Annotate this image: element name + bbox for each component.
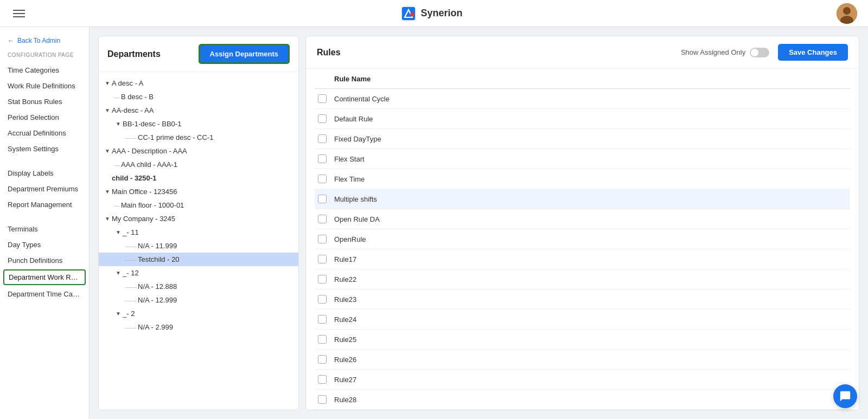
tree-item-label: BB-1-desc - BB0-1 xyxy=(123,120,181,128)
sidebar-item-time-categories[interactable]: Time Categories xyxy=(0,62,89,78)
tree-caret-icon: ▼ xyxy=(114,270,123,276)
rule-name-label: OpenRule xyxy=(334,235,847,243)
user-avatar[interactable] xyxy=(837,3,857,24)
tree-item[interactable]: ▼AAA - Description - AAA xyxy=(99,144,298,158)
chat-bubble-button[interactable] xyxy=(833,384,857,408)
sidebar-item-work-rule-definitions[interactable]: Work Rule Definitions xyxy=(0,78,89,94)
departments-panel: Departments Assign Departments ▼A desc -… xyxy=(98,36,299,410)
tree-item[interactable]: ——CC-1 prime desc - CC-1 xyxy=(99,131,298,144)
svg-rect-2 xyxy=(411,12,414,16)
rule-row[interactable]: Flex Start xyxy=(315,149,850,169)
tree-item[interactable]: ▼BB-1-desc - BB0-1 xyxy=(99,117,298,131)
rule-checkbox[interactable] xyxy=(318,154,327,163)
back-to-admin-link[interactable]: ← Back To Admin xyxy=(0,34,89,50)
rule-checkbox[interactable] xyxy=(318,355,327,364)
tree-item[interactable]: ——N/A - 11.999 xyxy=(99,239,298,253)
tree-caret-icon: ▼ xyxy=(103,80,112,86)
rule-name-label: Continental Cycle xyxy=(334,95,847,103)
rule-checkbox[interactable] xyxy=(318,195,327,203)
tree-item[interactable]: ——Testchild - 20 xyxy=(99,253,298,266)
sidebar-item-day-types[interactable]: Day Types xyxy=(0,237,89,253)
rule-checkbox[interactable] xyxy=(318,134,327,143)
tree-item-label: N/A - 12.888 xyxy=(138,282,177,291)
tree-item-label: CC-1 prime desc - CC-1 xyxy=(138,133,213,141)
tree-item-label: child - 3250-1 xyxy=(112,174,156,182)
tree-item[interactable]: child - 3250-1 xyxy=(99,171,298,185)
rule-checkbox[interactable] xyxy=(318,335,327,344)
rule-checkbox[interactable] xyxy=(318,375,327,384)
tree-item[interactable]: ▼A desc - A xyxy=(99,76,298,90)
show-assigned-toggle[interactable] xyxy=(750,48,769,57)
sidebar-item-punch-definitions[interactable]: Punch Definitions xyxy=(0,253,89,268)
tree-item[interactable]: ——N/A - 2.999 xyxy=(99,320,298,334)
tree-item-label: AA-desc - AA xyxy=(112,106,154,114)
rule-row[interactable]: Open Rule DA xyxy=(315,209,850,229)
rule-name-label: Rule28 xyxy=(334,396,847,404)
tree-item[interactable]: ▼Main Office - 123456 xyxy=(99,185,298,198)
rule-checkbox[interactable] xyxy=(318,255,327,263)
rule-checkbox[interactable] xyxy=(318,114,327,123)
rule-row[interactable]: Rule22 xyxy=(315,269,850,289)
save-changes-button[interactable]: Save Changes xyxy=(778,44,848,61)
rule-name-label: Rule27 xyxy=(334,376,847,384)
rule-name-label: Rule23 xyxy=(334,295,847,304)
hamburger-button[interactable] xyxy=(11,8,27,20)
tree-item[interactable]: ▼_- 12 xyxy=(99,266,298,280)
tree-item[interactable]: ▼_- 11 xyxy=(99,225,298,239)
sidebar-item-period-selection[interactable]: Period Selection xyxy=(0,109,89,125)
rule-row[interactable]: Flex Time xyxy=(315,169,850,189)
rule-row[interactable]: Fixed DayType xyxy=(315,129,850,149)
tree-dash: —— xyxy=(125,243,137,249)
rule-row[interactable]: Rule28 xyxy=(315,390,850,410)
rule-row[interactable]: Rule26 xyxy=(315,350,850,370)
sidebar-item-system-settings[interactable]: System Settings xyxy=(0,141,89,157)
rule-row[interactable]: Rule23 xyxy=(315,289,850,310)
tree-caret-icon: ▼ xyxy=(114,229,123,235)
sidebar-item-department-premiums[interactable]: Department Premiums xyxy=(0,181,89,197)
tree-item[interactable]: ▼_- 2 xyxy=(99,307,298,320)
rule-checkbox[interactable] xyxy=(318,315,327,324)
rule-name-label: Rule26 xyxy=(334,356,847,364)
rule-row[interactable]: Rule27 xyxy=(315,370,850,390)
tree-item[interactable]: ——N/A - 12.888 xyxy=(99,280,298,293)
rule-checkbox[interactable] xyxy=(318,395,327,404)
rule-checkbox[interactable] xyxy=(318,215,327,223)
tree-item[interactable]: ▼My Company - 3245 xyxy=(99,212,298,225)
rule-checkbox[interactable] xyxy=(318,94,327,103)
rule-row[interactable]: Continental Cycle xyxy=(315,89,850,109)
rule-row[interactable]: Rule17 xyxy=(315,249,850,269)
tree-item-label: My Company - 3245 xyxy=(112,215,175,223)
sidebar-item-stat-bonus-rules[interactable]: Stat Bonus Rules xyxy=(0,94,89,109)
rule-row[interactable]: Rule24 xyxy=(315,310,850,330)
tree-item[interactable]: —B desc - B xyxy=(99,90,298,104)
rule-checkbox[interactable] xyxy=(318,175,327,183)
sidebar-item-display-labels[interactable]: Display Labels xyxy=(0,165,89,181)
rule-row[interactable]: Multiple shifts xyxy=(315,189,850,209)
tree-item[interactable]: —AAA child - AAA-1 xyxy=(99,158,298,171)
header-checkbox-spacer xyxy=(318,74,327,83)
chat-icon xyxy=(839,390,851,402)
rule-checkbox[interactable] xyxy=(318,235,327,243)
sidebar-item-report-management[interactable]: Report Management xyxy=(0,197,89,212)
tree-dash: — xyxy=(114,162,120,168)
sidebar-item-accrual-definitions[interactable]: Accrual Definitions xyxy=(0,125,89,141)
sidebar-item-terminals[interactable]: Terminals xyxy=(0,221,89,237)
tree-item[interactable]: —Main floor - 1000-01 xyxy=(99,198,298,212)
assign-departments-button[interactable]: Assign Departments xyxy=(199,44,290,64)
tree-caret-icon: ▼ xyxy=(103,107,112,113)
tree-dash: — xyxy=(114,202,120,209)
rule-checkbox[interactable] xyxy=(318,275,327,283)
sidebar-item-dept-work-rules[interactable]: Department Work Rules Filt... xyxy=(3,269,86,285)
rule-row[interactable]: OpenRule xyxy=(315,229,850,249)
sidebar-item-dept-time-category[interactable]: Department Time Category ... xyxy=(0,286,89,302)
tree-item[interactable]: ▼AA-desc - AA xyxy=(99,104,298,117)
tree-item[interactable]: ——N/A - 12.999 xyxy=(99,293,298,307)
rule-checkbox[interactable] xyxy=(318,295,327,304)
rules-column-header: Rule Name xyxy=(315,69,850,89)
rule-row[interactable]: Rule25 xyxy=(315,330,850,350)
rule-name-label: Rule22 xyxy=(334,275,847,283)
tree-item-label: AAA child - AAA-1 xyxy=(121,160,177,169)
rule-row[interactable]: Default Rule xyxy=(315,109,850,129)
sidebar-divider-2 xyxy=(0,212,89,221)
rule-name-label: Fixed DayType xyxy=(334,135,847,143)
